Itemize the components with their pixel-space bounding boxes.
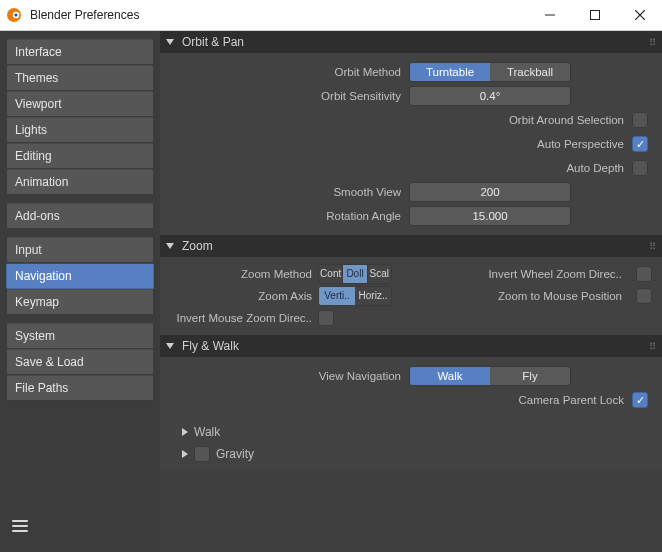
zoom-to-mouse-label: Zoom to Mouse Position — [400, 285, 628, 307]
orbit-around-selection-checkbox[interactable] — [632, 112, 648, 128]
auto-depth-checkbox[interactable] — [632, 160, 648, 176]
sidebar-item-viewport[interactable]: Viewport — [6, 91, 154, 117]
sidebar-item-save-load[interactable]: Save & Load — [6, 349, 154, 375]
section-title: Orbit & Pan — [182, 31, 244, 53]
smooth-view-field[interactable]: 200 — [409, 182, 571, 202]
sidebar-item-input[interactable]: Input — [6, 237, 154, 263]
auto-perspective-label: Auto Perspective — [537, 138, 632, 150]
zoom-method-label: Zoom Method — [166, 263, 312, 285]
orbit-sensitivity-label: Orbit Sensitivity — [166, 90, 409, 102]
gravity-subpanel-label: Gravity — [216, 447, 254, 461]
section-title: Zoom — [182, 235, 213, 257]
auto-depth-label: Auto Depth — [566, 162, 632, 174]
orbit-method-trackball[interactable]: Trackball — [490, 63, 570, 81]
maximize-button[interactable] — [572, 0, 617, 30]
gravity-checkbox[interactable] — [194, 446, 210, 462]
smooth-view-label: Smooth View — [166, 186, 409, 198]
section-header-fly-walk[interactable]: Fly & Walk — [160, 335, 662, 357]
sidebar: InterfaceThemesViewportLightsEditingAnim… — [0, 31, 160, 552]
sidebar-item-system[interactable]: System — [6, 323, 154, 349]
svg-point-2 — [14, 13, 17, 16]
section-header-zoom[interactable]: Zoom — [160, 235, 662, 257]
section-header-orbit-pan[interactable]: Orbit & Pan — [160, 31, 662, 53]
view-navigation-toggle[interactable]: Walk Fly — [409, 366, 571, 386]
zoom-method-toggle[interactable]: Cont Doll Scal — [318, 264, 392, 284]
zoom-axis-horizontal[interactable]: Horiz.. — [355, 287, 391, 305]
svg-rect-4 — [590, 11, 599, 20]
hamburger-icon[interactable] — [10, 516, 34, 540]
blender-logo-icon — [6, 7, 22, 23]
invert-wheel-zoom-checkbox[interactable] — [636, 266, 652, 282]
invert-mouse-zoom-checkbox[interactable] — [318, 310, 334, 326]
window-title: Blender Preferences — [30, 8, 527, 22]
close-button[interactable] — [617, 0, 662, 30]
zoom-method-dolly[interactable]: Doll — [342, 265, 367, 283]
auto-perspective-checkbox[interactable] — [632, 136, 648, 152]
titlebar: Blender Preferences — [0, 0, 662, 31]
minimize-button[interactable] — [527, 0, 572, 30]
sidebar-item-editing[interactable]: Editing — [6, 143, 154, 169]
invert-mouse-zoom-label: Invert Mouse Zoom Direc.. — [166, 307, 312, 329]
orbit-method-toggle[interactable]: Turntable Trackball — [409, 62, 571, 82]
zoom-method-scale[interactable]: Scal — [368, 265, 391, 283]
grip-icon[interactable] — [640, 335, 656, 358]
view-navigation-walk[interactable]: Walk — [410, 367, 490, 385]
disclosure-triangle-icon — [182, 428, 188, 436]
grip-icon[interactable] — [640, 235, 656, 258]
gravity-subpanel[interactable]: Gravity — [166, 443, 652, 465]
rotation-angle-label: Rotation Angle — [166, 210, 409, 222]
orbit-sensitivity-field[interactable]: 0.4° — [409, 86, 571, 106]
zoom-axis-toggle[interactable]: Verti.. Horiz.. — [318, 286, 392, 306]
disclosure-triangle-icon — [182, 450, 188, 458]
orbit-method-label: Orbit Method — [166, 66, 409, 78]
zoom-to-mouse-checkbox[interactable] — [636, 288, 652, 304]
content-area: Orbit & Pan Orbit Method Turntable Track… — [160, 31, 662, 552]
camera-parent-lock-label: Camera Parent Lock — [519, 394, 632, 406]
section-title: Fly & Walk — [182, 335, 239, 357]
disclosure-triangle-icon — [166, 39, 174, 45]
view-navigation-fly[interactable]: Fly — [490, 367, 570, 385]
camera-parent-lock-checkbox[interactable] — [632, 392, 648, 408]
orbit-method-turntable[interactable]: Turntable — [410, 63, 490, 81]
sidebar-item-animation[interactable]: Animation — [6, 169, 154, 195]
disclosure-triangle-icon — [166, 243, 174, 249]
rotation-angle-field[interactable]: 15.000 — [409, 206, 571, 226]
orbit-around-selection-label: Orbit Around Selection — [509, 114, 632, 126]
walk-subpanel[interactable]: Walk — [166, 421, 652, 443]
invert-wheel-zoom-label: Invert Wheel Zoom Direc.. — [400, 263, 628, 285]
sidebar-item-file-paths[interactable]: File Paths — [6, 375, 154, 401]
sidebar-item-themes[interactable]: Themes — [6, 65, 154, 91]
walk-subpanel-label: Walk — [194, 425, 220, 439]
disclosure-triangle-icon — [166, 343, 174, 349]
view-navigation-label: View Navigation — [166, 370, 409, 382]
sidebar-item-add-ons[interactable]: Add-ons — [6, 203, 154, 229]
sidebar-item-interface[interactable]: Interface — [6, 39, 154, 65]
sidebar-item-lights[interactable]: Lights — [6, 117, 154, 143]
zoom-axis-label: Zoom Axis — [166, 285, 312, 307]
grip-icon[interactable] — [640, 31, 656, 54]
sidebar-item-navigation[interactable]: Navigation — [6, 263, 154, 289]
zoom-axis-vertical[interactable]: Verti.. — [319, 287, 355, 305]
zoom-method-continue[interactable]: Cont — [319, 265, 342, 283]
sidebar-item-keymap[interactable]: Keymap — [6, 289, 154, 315]
